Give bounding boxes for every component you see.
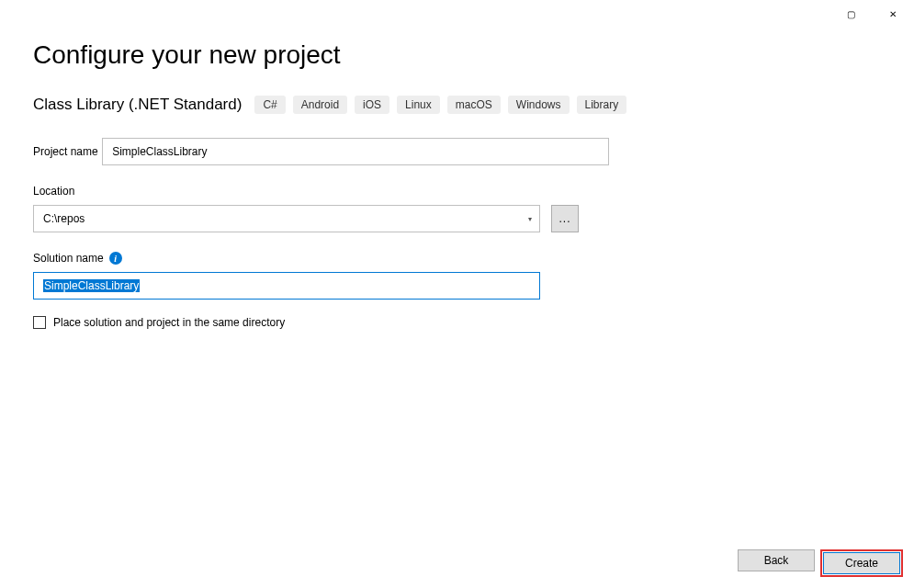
tag-linux: Linux <box>397 96 440 114</box>
tag-windows: Windows <box>508 96 570 114</box>
tag-android: Android <box>293 96 347 114</box>
tag-library: Library <box>577 96 627 114</box>
project-name-label: Project name <box>33 145 98 158</box>
tag-ios: iOS <box>355 96 389 114</box>
template-row: Class Library (.NET Standard) C# Android… <box>33 96 881 114</box>
same-directory-label: Place solution and project in the same d… <box>53 316 285 329</box>
location-combo[interactable]: C:\repos ▾ <box>33 205 540 232</box>
project-name-input[interactable] <box>102 138 609 165</box>
maximize-button[interactable]: ▢ <box>829 0 872 28</box>
info-icon[interactable]: i <box>109 252 122 265</box>
solution-name-label: Solution name <box>33 252 104 265</box>
create-button-highlight: Create <box>820 549 903 577</box>
solution-name-value: SimpleClassLibrary <box>43 279 140 292</box>
template-tags: C# Android iOS Linux macOS Windows Libra… <box>254 96 626 114</box>
solution-name-input[interactable]: SimpleClassLibrary <box>33 272 540 300</box>
browse-label: ... <box>559 212 570 225</box>
browse-button[interactable]: ... <box>551 205 579 232</box>
tag-csharp: C# <box>254 96 285 114</box>
create-button[interactable]: Create <box>823 552 900 574</box>
tag-macos: macOS <box>447 96 501 114</box>
maximize-icon: ▢ <box>847 9 855 19</box>
titlebar: ▢ ✕ <box>829 0 914 28</box>
template-name: Class Library (.NET Standard) <box>33 96 242 114</box>
close-icon: ✕ <box>889 9 897 19</box>
location-label: Location <box>33 185 74 198</box>
same-directory-checkbox[interactable] <box>33 316 46 329</box>
page-title: Configure your new project <box>33 40 881 70</box>
close-button[interactable]: ✕ <box>872 0 914 28</box>
footer-buttons: Back Create <box>738 549 903 577</box>
location-value: C:\repos <box>43 212 85 225</box>
chevron-down-icon: ▾ <box>528 215 532 223</box>
back-button[interactable]: Back <box>738 549 815 571</box>
